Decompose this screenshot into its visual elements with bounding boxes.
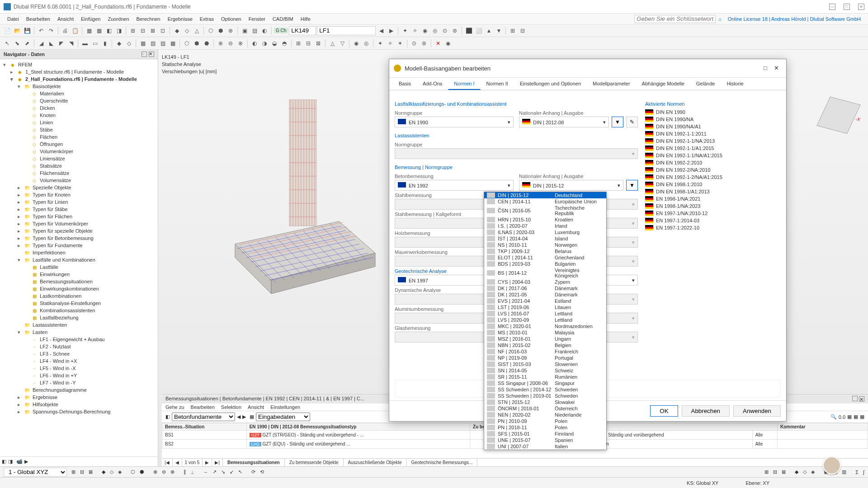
norm-item[interactable]: DIN EN 1992-1-2/NA/A1:2015: [645, 174, 781, 181]
dropdown-option[interactable]: ÍST | 2014-04Island: [484, 235, 606, 242]
tree-item[interactable]: ◇Dicken: [2, 104, 156, 112]
tool-icon[interactable]: ⬢: [140, 469, 144, 475]
tree-item[interactable]: ◇Stabsätze: [2, 162, 156, 169]
report-icon[interactable]: 📋: [71, 26, 80, 35]
tool-icon[interactable]: ◢: [37, 39, 46, 48]
tool-icon[interactable]: ⊕: [153, 469, 157, 475]
norm-item[interactable]: EN 1997-1/NA:2010-12: [645, 210, 781, 217]
tree-item[interactable]: 📁Lastassistenten: [2, 321, 156, 328]
menu-fenster[interactable]: Fenster: [245, 15, 269, 23]
tool-icon[interactable]: ⊗: [170, 469, 175, 475]
tree-item[interactable]: ▸📁Typen für Fundamente: [2, 242, 156, 249]
close-panel-icon[interactable]: ✕: [149, 52, 154, 57]
dropdown-option[interactable]: UNE | 2015-07Spanien: [484, 437, 606, 443]
apply-button[interactable]: Anwenden: [733, 405, 781, 417]
tree-item[interactable]: ◇Volumenkörper: [2, 148, 156, 155]
beton-anhang-select[interactable]: DIN | 2015-12▾: [519, 180, 623, 191]
tool-icon[interactable]: ⊕: [226, 26, 235, 35]
tree-item[interactable]: ▫LF5 - Wind in -X: [2, 365, 156, 372]
tree-item[interactable]: ▾◆2_Hall_Foundations.rf6 | Fundamente - …: [2, 75, 156, 83]
tree-item[interactable]: ▾📁Basisobjekte: [2, 83, 156, 90]
new-icon[interactable]: 📄: [3, 26, 12, 35]
tool-icon[interactable]: ◐: [260, 26, 269, 35]
search-input[interactable]: [634, 15, 716, 23]
dropdown-option[interactable]: DK | 2017-06Dänemark: [484, 285, 606, 291]
nav-mode-icon[interactable]: ◧: [2, 459, 6, 465]
tool-icon[interactable]: ▮: [100, 39, 109, 48]
tool-icon[interactable]: ⬡: [206, 26, 215, 35]
tree-item[interactable]: ▦Lastfallbeziehung: [2, 314, 156, 321]
dropdown-option[interactable]: NF | 2016-03Frankreich: [484, 348, 606, 355]
tool-icon[interactable]: ▨: [158, 39, 167, 48]
tree-item[interactable]: ▦Lastkombinationen: [2, 292, 156, 300]
tool-icon[interactable]: 🔍: [830, 414, 837, 420]
active-norms-list[interactable]: DIN EN 1990DIN EN 1990/NADIN EN 1990/NA/…: [645, 108, 781, 231]
dropdown-option[interactable]: DK | 2021-05Dänemark: [484, 291, 606, 298]
grid-icon[interactable]: ▦: [94, 26, 104, 35]
norm-item[interactable]: DIN EN 1992-2:2010: [645, 159, 781, 166]
tool-icon[interactable]: ◨: [114, 26, 123, 35]
tool-icon[interactable]: ↗: [212, 469, 217, 475]
tool-icon[interactable]: ⬛: [464, 26, 473, 35]
tool-icon[interactable]: ⊞: [764, 469, 769, 475]
tree-item[interactable]: ▫LF2 - Nutzlast: [2, 343, 156, 350]
dropdown-option[interactable]: CEN | 2014-11Europäische Union: [484, 198, 606, 205]
dropdown-option[interactable]: BS | 2014-12Vereinigtes Königreich: [484, 267, 606, 279]
dropdown-option[interactable]: SS Singapur | 2008-06Singapur: [484, 380, 606, 386]
tool-icon[interactable]: ⊞: [294, 39, 303, 48]
menu-bearbeiten[interactable]: Bearbeiten: [23, 15, 54, 23]
tool-icon[interactable]: ▬: [80, 39, 90, 48]
tool-icon[interactable]: ▩: [168, 39, 177, 48]
pin-icon[interactable]: [852, 396, 858, 401]
norm-item[interactable]: DIN EN 1992-1-1/A1:2015: [645, 145, 781, 152]
navigator-tree[interactable]: ▾◆RFEM▸◆1_Steel structure.rf6 | Fundamen…: [0, 59, 158, 456]
norm-item[interactable]: EN 1998-1/NA:2023: [645, 202, 781, 210]
norm-item[interactable]: DIN EN 1992-2/NA:2010: [645, 166, 781, 174]
tool-icon[interactable]: ⊖: [162, 469, 166, 475]
nav-mode-icon[interactable]: ▶: [24, 459, 28, 465]
norm-item[interactable]: DIN EN 1992-1-1/NA/A1:2015: [645, 152, 781, 159]
tool-icon[interactable]: ⬊: [13, 39, 22, 48]
tool-icon[interactable]: ∫: [863, 469, 864, 475]
dropdown-option[interactable]: LVS | 2020-09Lettland: [484, 317, 606, 323]
dropdown-option[interactable]: SIST | 2015-03Slowenien: [484, 361, 606, 367]
tab-normen1[interactable]: Normen I: [448, 78, 480, 90]
tool-icon[interactable]: ▭: [90, 39, 99, 48]
ok-button[interactable]: OK: [650, 405, 678, 417]
tool-icon[interactable]: ⬣: [202, 39, 211, 48]
prev-icon[interactable]: ◀: [173, 459, 182, 466]
undo-icon[interactable]: ↶: [37, 26, 46, 35]
tab-gelaende[interactable]: Gelände: [690, 78, 721, 90]
tool-icon[interactable]: ◉: [420, 26, 429, 35]
save-icon[interactable]: 💾: [23, 26, 32, 35]
open-icon[interactable]: 📂: [13, 26, 22, 35]
dropdown-option[interactable]: TKP | 2009-12Belarus: [484, 248, 606, 254]
dropdown-option[interactable]: I.S. | 2020-07Irland: [484, 223, 606, 229]
tool-icon[interactable]: ▣: [240, 26, 249, 35]
menu-ergebnisse[interactable]: Ergebnisse: [164, 15, 196, 23]
dropdown-option[interactable]: STN | 2015-12Slowakei: [484, 399, 606, 405]
menu-einstellungen[interactable]: Einstellungen: [270, 404, 300, 410]
tree-item[interactable]: ▸📁Hilfsobjekte: [2, 401, 156, 408]
first-icon[interactable]: |◀: [162, 459, 173, 466]
prev-icon[interactable]: ◀: [377, 26, 386, 35]
dropdown-option[interactable]: ELOT | 2014-11Griechenland: [484, 254, 606, 261]
tool-icon[interactable]: △: [328, 39, 337, 48]
norm-item[interactable]: DIN EN 1990/NA: [645, 116, 781, 123]
dropdown-option[interactable]: NP | 2019-09Portugal: [484, 355, 606, 361]
tool-icon[interactable]: ⊖: [226, 39, 235, 48]
tool-icon[interactable]: ✦: [376, 39, 385, 48]
tool-icon[interactable]: ⊠: [148, 26, 157, 35]
coord-system-select[interactable]: 1 - Global XYZ: [4, 468, 67, 477]
nav-mode-icon[interactable]: ◨: [8, 459, 13, 465]
dropdown-option[interactable]: BDS | 2019-03Bulgarien: [484, 261, 606, 267]
tree-item[interactable]: ▫LF6 - Wind in +Y: [2, 372, 156, 379]
maximize-icon[interactable]: □: [760, 63, 771, 74]
prev-icon[interactable]: ◀: [237, 414, 241, 420]
tab-historie[interactable]: Historie: [721, 78, 749, 90]
nat-anhang-select[interactable]: DIN | 2012-08▾: [519, 117, 609, 127]
menu-geheze[interactable]: Gehe zu: [165, 404, 184, 410]
dropdown-option[interactable]: ÖNORM | 2018-01Österreich: [484, 405, 606, 412]
cancel-icon[interactable]: ✕: [434, 39, 443, 48]
menu-datei[interactable]: Datei: [4, 15, 23, 23]
